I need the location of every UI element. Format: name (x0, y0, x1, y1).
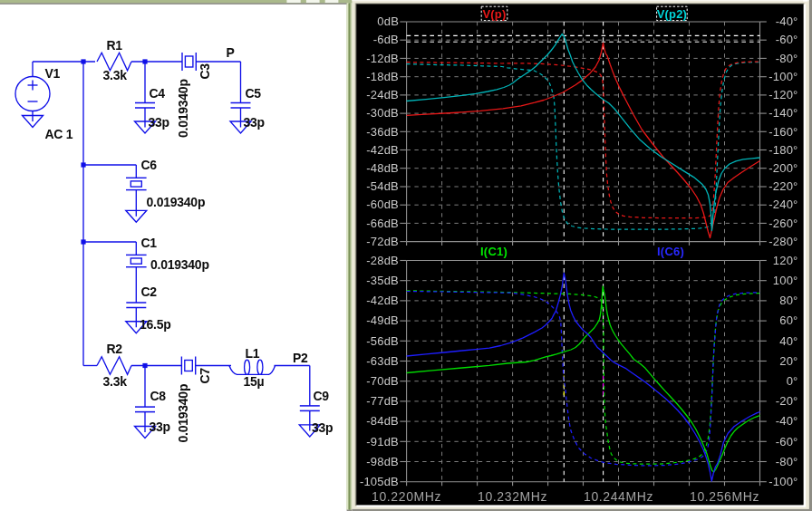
svg-text:-80°: -80° (776, 455, 798, 468)
svg-text:120°: 120° (773, 254, 798, 267)
svg-text:C7: C7 (198, 368, 212, 384)
svg-text:-84dB: -84dB (366, 414, 399, 428)
svg-text:0.019340p: 0.019340p (176, 79, 190, 138)
svg-text:-12dB: -12dB (366, 52, 399, 65)
svg-text:-60°: -60° (776, 435, 798, 448)
svg-text:L1: L1 (246, 346, 260, 361)
svg-text:R2: R2 (107, 342, 123, 356)
svg-text:-48dB: -48dB (366, 161, 399, 175)
svg-text:0dB: 0dB (377, 14, 399, 28)
svg-text:-100°: -100° (768, 475, 798, 488)
svg-text:P2: P2 (293, 351, 308, 365)
svg-text:-240°: -240° (768, 198, 798, 211)
svg-text:R1: R1 (107, 38, 123, 53)
svg-text:-77dB: -77dB (366, 394, 399, 408)
svg-text:-30dB: -30dB (366, 106, 399, 120)
svg-text:I(C6): I(C6) (657, 245, 684, 258)
svg-text:C2: C2 (141, 284, 158, 299)
svg-text:40°: 40° (779, 334, 798, 348)
svg-text:3.3k: 3.3k (103, 374, 128, 389)
svg-text:-60°: -60° (776, 33, 798, 46)
svg-text:-80°: -80° (776, 52, 798, 65)
svg-text:20°: 20° (779, 354, 798, 368)
svg-text:10.244MHz: 10.244MHz (584, 489, 653, 504)
svg-text:3.3k: 3.3k (103, 68, 128, 82)
svg-text:-280°: -280° (768, 235, 798, 248)
svg-text:-140°: -140° (768, 106, 798, 120)
svg-text:15µ: 15µ (244, 374, 265, 389)
svg-text:80°: 80° (779, 294, 798, 307)
svg-text:-70dB: -70dB (366, 374, 399, 388)
svg-text:-40°: -40° (776, 414, 798, 428)
svg-text:0°: 0° (787, 374, 798, 388)
svg-text:33p: 33p (150, 419, 170, 434)
svg-text:C3: C3 (198, 63, 212, 80)
svg-text:-60dB: -60dB (366, 198, 399, 211)
svg-text:-66dB: -66dB (366, 217, 399, 230)
svg-text:-28dB: -28dB (366, 254, 399, 267)
svg-text:10.232MHz: 10.232MHz (478, 489, 547, 504)
svg-text:V(p2): V(p2) (657, 7, 688, 21)
svg-text:-42dB: -42dB (366, 294, 399, 307)
svg-text:C9: C9 (314, 389, 330, 403)
svg-text:100°: 100° (773, 274, 798, 287)
svg-text:-36dB: -36dB (366, 125, 399, 139)
svg-text:-54dB: -54dB (366, 179, 399, 193)
svg-text:33p: 33p (149, 115, 169, 130)
svg-text:-200°: -200° (768, 161, 798, 175)
svg-text:-91dB: -91dB (366, 435, 399, 448)
svg-text:10.256MHz: 10.256MHz (690, 489, 759, 504)
svg-text:10.220MHz: 10.220MHz (372, 489, 441, 504)
svg-text:-260°: -260° (768, 217, 798, 230)
svg-text:V1: V1 (45, 66, 61, 81)
svg-text:AC 1: AC 1 (45, 127, 73, 141)
svg-text:P: P (227, 45, 235, 60)
svg-text:-18dB: -18dB (366, 70, 399, 83)
svg-text:-40°: -40° (776, 14, 798, 28)
svg-text:0.019340p: 0.019340p (147, 195, 206, 209)
svg-text:-63dB: -63dB (366, 354, 399, 368)
svg-text:-100°: -100° (768, 70, 798, 83)
svg-text:C4: C4 (150, 86, 166, 101)
svg-text:-105dB: -105dB (360, 475, 399, 488)
svg-text:16.5p: 16.5p (140, 317, 171, 332)
svg-text:0.019340p: 0.019340p (176, 384, 190, 443)
svg-text:-20°: -20° (776, 394, 798, 408)
svg-text:C5: C5 (246, 86, 262, 101)
svg-text:-24dB: -24dB (366, 88, 399, 101)
svg-text:-220°: -220° (768, 179, 798, 193)
svg-text:-72dB: -72dB (366, 235, 399, 248)
svg-text:-56dB: -56dB (366, 334, 399, 348)
svg-text:C1: C1 (141, 236, 158, 250)
svg-text:-120°: -120° (768, 88, 798, 101)
svg-text:C6: C6 (141, 158, 158, 172)
svg-text:-180°: -180° (768, 143, 798, 157)
svg-text:C8: C8 (150, 389, 167, 403)
svg-text:V(p): V(p) (482, 7, 506, 21)
svg-text:-42dB: -42dB (366, 143, 399, 157)
svg-text:33p: 33p (312, 420, 333, 435)
svg-text:0.019340p: 0.019340p (150, 257, 209, 272)
svg-text:60°: 60° (779, 313, 798, 327)
svg-text:-98dB: -98dB (366, 455, 399, 468)
svg-text:-49dB: -49dB (366, 313, 399, 327)
svg-text:33p: 33p (244, 115, 265, 130)
svg-text:I(C1): I(C1) (480, 245, 508, 258)
svg-text:-160°: -160° (768, 125, 798, 139)
svg-text:-35dB: -35dB (366, 274, 399, 287)
svg-text:-6dB: -6dB (373, 33, 399, 46)
